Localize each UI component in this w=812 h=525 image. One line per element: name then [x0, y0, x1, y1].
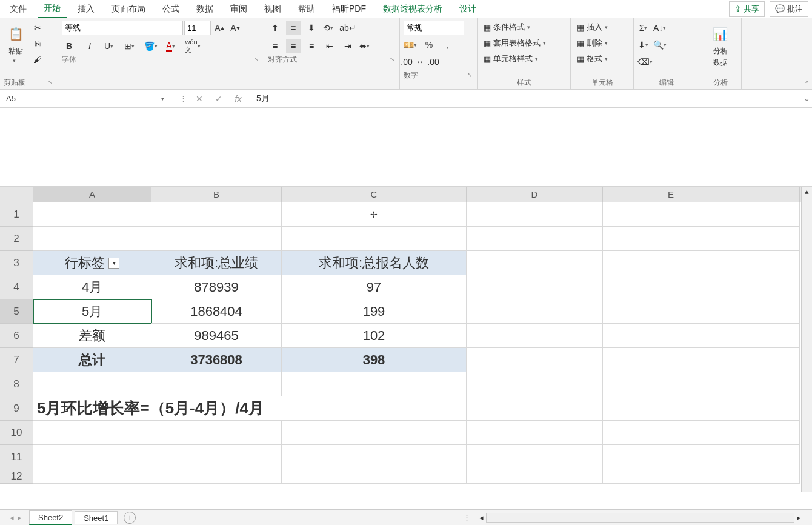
col-header-b[interactable]: B	[151, 187, 282, 202]
selected-cell[interactable]: 5月	[33, 299, 151, 324]
fill-button[interactable]: ⬇▾	[637, 38, 652, 52]
currency-button[interactable]: 💴▾	[404, 38, 418, 52]
find-select-button[interactable]: 🔍▾	[653, 38, 668, 52]
col-header-d[interactable]: D	[467, 187, 603, 202]
clipboard-launcher[interactable]: ⤡	[47, 79, 54, 85]
row-header-3[interactable]: 3	[0, 251, 33, 275]
autosum-button[interactable]: Σ▾	[637, 21, 652, 35]
font-color-button[interactable]: A▾	[165, 39, 179, 53]
sort-filter-button[interactable]: A↓▾	[653, 21, 668, 35]
col-header-c[interactable]: C	[282, 187, 467, 202]
analyze-data-button[interactable]: 📊 分析 数据	[703, 21, 737, 70]
cut-button[interactable]: ✂	[30, 21, 45, 35]
fill-color-button[interactable]: 🪣▾	[144, 39, 159, 53]
tab-review[interactable]: 审阅	[224, 1, 253, 18]
row-header-12[interactable]: 12	[0, 469, 33, 484]
tab-home[interactable]: 开始	[38, 0, 67, 18]
tab-foxit-pdf[interactable]: 福昕PDF	[326, 1, 372, 18]
row-header-8[interactable]: 8	[0, 372, 33, 396]
col-header-e[interactable]: E	[603, 187, 739, 202]
enter-formula-button[interactable]: ✓	[211, 92, 226, 106]
orientation-button[interactable]: ⟲▾	[322, 21, 337, 35]
wrap-text-button[interactable]: ab↵	[341, 21, 355, 35]
share-button[interactable]: ⇪共享	[729, 1, 765, 17]
font-launcher[interactable]: ⤡	[253, 56, 260, 62]
horizontal-scrollbar[interactable]	[486, 513, 794, 523]
italic-button[interactable]: I	[82, 39, 97, 53]
tab-formulas[interactable]: 公式	[156, 1, 185, 18]
font-name-select[interactable]	[62, 21, 183, 35]
col-header-f[interactable]	[739, 187, 800, 202]
tab-file[interactable]: 文件	[4, 1, 33, 18]
conditional-format-button[interactable]: ▦条件格式▾	[481, 21, 567, 34]
font-size-select[interactable]	[184, 21, 211, 35]
tab-page-layout[interactable]: 页面布局	[105, 1, 151, 18]
insert-cells-button[interactable]: ▦插入▾	[574, 21, 630, 34]
percent-button[interactable]: %	[422, 38, 436, 52]
row-header-4[interactable]: 4	[0, 275, 33, 299]
increase-font-button[interactable]: A▴	[212, 21, 227, 35]
number-format-select[interactable]	[404, 21, 464, 35]
merge-button[interactable]: ⬌▾	[359, 39, 373, 53]
select-all-corner[interactable]	[0, 187, 33, 202]
bold-button[interactable]: B	[62, 39, 76, 53]
sheet-tab-sheet1[interactable]: Sheet1	[75, 511, 118, 524]
row-header-9[interactable]: 9	[0, 396, 33, 421]
align-left-button[interactable]: ≡	[268, 39, 282, 53]
tab-help[interactable]: 帮助	[292, 1, 321, 18]
insert-function-button[interactable]: fx	[231, 92, 245, 106]
scroll-left-button[interactable]: ◂	[479, 513, 484, 522]
decrease-indent-button[interactable]: ⇤	[322, 39, 337, 53]
row-header-7[interactable]: 7	[0, 348, 33, 372]
number-launcher[interactable]: ⤡	[466, 72, 473, 78]
name-box[interactable]: A5▾	[2, 92, 171, 105]
add-sheet-button[interactable]: +	[124, 512, 136, 524]
next-sheet-button[interactable]: ▸	[18, 513, 22, 522]
tab-data[interactable]: 数据	[190, 1, 219, 18]
prev-sheet-button[interactable]: ◂	[10, 513, 14, 522]
delete-cells-button[interactable]: ▦删除▾	[574, 36, 630, 50]
decrease-font-button[interactable]: A▾	[228, 21, 242, 35]
clear-button[interactable]: ⌫▾	[637, 55, 652, 69]
cell-styles-button[interactable]: ▦单元格样式▾	[481, 52, 567, 65]
comments-button[interactable]: 💬批注	[770, 1, 808, 17]
border-button[interactable]: ⊞▾	[124, 39, 138, 53]
paste-button[interactable]: 📋 粘贴 ▾	[4, 21, 28, 76]
row-header-5[interactable]: 5	[0, 299, 33, 324]
cancel-formula-button[interactable]: ✕	[192, 92, 207, 106]
align-middle-button[interactable]: ≡	[286, 21, 301, 35]
align-top-button[interactable]: ⬆	[268, 21, 282, 35]
format-as-table-button[interactable]: ▦套用表格格式▾	[481, 36, 567, 50]
formula-input[interactable]: 5月	[251, 90, 801, 107]
scroll-right-button[interactable]: ▸	[797, 513, 801, 522]
tab-pivot-analyze[interactable]: 数据透视表分析	[377, 1, 448, 18]
row-header-1[interactable]: 1	[0, 202, 33, 227]
decrease-decimal-button[interactable]: ←.00	[422, 55, 436, 69]
row-header-10[interactable]: 10	[0, 421, 33, 445]
row-header-11[interactable]: 11	[0, 445, 33, 469]
alignment-launcher[interactable]: ⤡	[388, 56, 396, 62]
col-header-a[interactable]: A	[33, 187, 151, 202]
pivot-filter-dropdown[interactable]: ▾	[108, 258, 119, 269]
format-painter-button[interactable]: 🖌	[30, 52, 45, 67]
row-header-6[interactable]: 6	[0, 324, 33, 348]
tab-design[interactable]: 设计	[453, 1, 482, 18]
vertical-scrollbar[interactable]: ▴	[801, 187, 812, 492]
increase-indent-button[interactable]: ⇥	[341, 39, 355, 53]
collapse-ribbon-button[interactable]: ^	[804, 80, 810, 87]
tab-view[interactable]: 视图	[258, 1, 287, 18]
tab-insert[interactable]: 插入	[72, 1, 101, 18]
copy-button[interactable]: ⎘	[30, 36, 45, 51]
underline-button[interactable]: U▾	[103, 39, 118, 53]
increase-decimal-button[interactable]: .00→	[404, 55, 418, 69]
phonetic-button[interactable]: wén文▾	[185, 39, 200, 53]
row-header-2[interactable]: 2	[0, 227, 33, 251]
format-cells-button[interactable]: ▦格式▾	[574, 52, 630, 65]
align-bottom-button[interactable]: ⬇	[304, 21, 319, 35]
align-right-button[interactable]: ≡	[304, 39, 319, 53]
expand-formula-bar-button[interactable]: ⌄	[801, 90, 812, 107]
sheet-tab-sheet2[interactable]: Sheet2	[29, 510, 72, 525]
spreadsheet-grid[interactable]: A B C D E 1✢ 2 3 行标签▾ 求和项:总业绩 求和项:总报名人数 …	[0, 187, 812, 484]
comma-button[interactable]: ,	[440, 38, 454, 52]
align-center-button[interactable]: ≡	[286, 39, 301, 53]
